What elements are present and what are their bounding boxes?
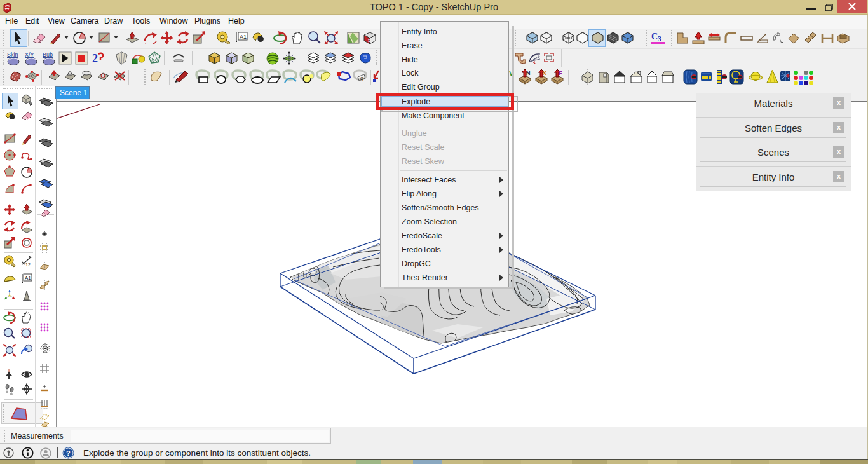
svg-text:?: ? — [66, 449, 71, 457]
